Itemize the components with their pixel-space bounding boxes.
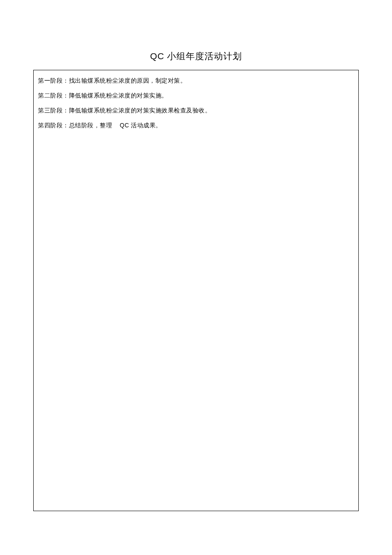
stage-label: 第二阶段： bbox=[38, 92, 69, 99]
stage-line-1: 第一阶段：找出输煤系统粉尘浓度的原因，制定对策。 bbox=[38, 76, 354, 85]
content-box: 第一阶段：找出输煤系统粉尘浓度的原因，制定对策。 第二阶段：降低输煤系统粉尘浓度… bbox=[33, 70, 359, 511]
stage-text-before: 总结阶段，整理 bbox=[69, 122, 112, 129]
stage-label: 第一阶段： bbox=[38, 78, 69, 84]
title-rest: 小组年度活动计划 bbox=[164, 51, 242, 61]
stage-text: 降低输煤系统粉尘浓度的对策实施效果检查及验收。 bbox=[69, 107, 211, 114]
stage-line-3: 第三阶段：降低输煤系统粉尘浓度的对策实施效果检查及验收。 bbox=[38, 106, 354, 115]
stage-line-4: 第四阶段：总结阶段，整理QC 活动成果。 bbox=[38, 121, 354, 130]
stage-text: 找出输煤系统粉尘浓度的原因，制定对策。 bbox=[69, 78, 187, 84]
stage-text: 降低输煤系统粉尘浓度的对策实施。 bbox=[69, 92, 168, 99]
stage-label: 第三阶段： bbox=[38, 107, 69, 114]
stage-line-2: 第二阶段：降低输煤系统粉尘浓度的对策实施。 bbox=[38, 91, 354, 100]
stage-label: 第四阶段： bbox=[38, 122, 69, 129]
title-prefix: QC bbox=[150, 51, 164, 61]
page-title: QC 小组年度活动计划 bbox=[0, 0, 392, 70]
stage-text-after: 活动成果。 bbox=[129, 122, 162, 129]
qc-inline: QC bbox=[120, 122, 129, 129]
